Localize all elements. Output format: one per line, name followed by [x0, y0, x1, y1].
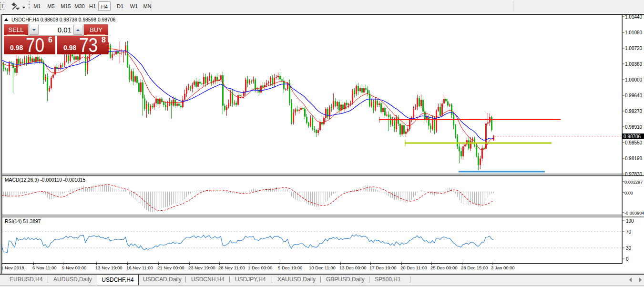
- svg-text:0.99270: 0.99270: [625, 109, 643, 114]
- svg-text:28 Nov 11:00: 28 Nov 11:00: [218, 265, 245, 270]
- svg-text:1.00360: 1.00360: [625, 62, 643, 67]
- svg-text:9 Nov 00:00: 9 Nov 00:00: [62, 265, 86, 270]
- svg-text:17 Dec 19:00: 17 Dec 19:00: [369, 265, 397, 270]
- svg-text:MACD(12,26,9) -0.000110 -0.001: MACD(12,26,9) -0.000110 -0.001015: [5, 177, 86, 183]
- svg-text:0.00: 0.00: [624, 191, 633, 195]
- svg-text:70: 70: [626, 229, 632, 235]
- svg-text:0.98910: 0.98910: [625, 124, 643, 130]
- svg-text:0.98550: 0.98550: [625, 140, 643, 145]
- svg-text:16 Nov 11:00: 16 Nov 11:00: [126, 265, 153, 270]
- svg-text:21 Nov 00:00: 21 Nov 00:00: [157, 265, 184, 270]
- svg-text:10 Dec 11:00: 10 Dec 11:00: [309, 265, 336, 270]
- svg-text:20 Dec 11:00: 20 Dec 11:00: [400, 265, 427, 270]
- svg-text:13 Dec 00:00: 13 Dec 00:00: [339, 265, 367, 270]
- svg-text:USDCHF,H4 0.98608 0.98736 0.9: USDCHF,H4 0.98608 0.98736 0.98598 0.9870…: [11, 17, 115, 22]
- svg-text:5 Dec 19:00: 5 Dec 19:00: [278, 265, 302, 270]
- svg-text:25 Dec 00:00: 25 Dec 00:00: [430, 265, 458, 270]
- svg-text:1.01440: 1.01440: [625, 14, 643, 20]
- svg-text:100: 100: [626, 218, 634, 224]
- svg-text:-0.003904: -0.003904: [624, 211, 644, 215]
- svg-text:1 Dec 00:00: 1 Dec 00:00: [248, 265, 272, 270]
- svg-text:0.99640: 0.99640: [625, 93, 643, 98]
- svg-text:0.98190: 0.98190: [625, 156, 643, 161]
- svg-text:23 Nov 19:00: 23 Nov 19:00: [188, 265, 215, 270]
- svg-text:28 Dec 15:00: 28 Dec 15:00: [461, 265, 488, 270]
- svg-text:RSI(14) 51.3897: RSI(14) 51.3897: [5, 219, 41, 224]
- svg-text:13 Nov 19:00: 13 Nov 19:00: [95, 265, 123, 270]
- svg-text:0.98706: 0.98706: [624, 134, 641, 139]
- svg-text:0.002297: 0.002297: [624, 180, 643, 184]
- svg-text:1.00000: 1.00000: [625, 77, 643, 82]
- svg-text:1.01080: 1.01080: [625, 30, 643, 35]
- svg-text:30: 30: [626, 246, 632, 251]
- svg-text:0.97830: 0.97830: [625, 172, 643, 177]
- svg-text:3 Jan 00:00: 3 Jan 00:00: [491, 265, 515, 270]
- svg-text:0: 0: [626, 256, 629, 262]
- svg-text:6 Nov 11:00: 6 Nov 11:00: [32, 265, 57, 270]
- svg-text:1 Nov 2018: 1 Nov 2018: [1, 265, 24, 270]
- svg-text:1.00720: 1.00720: [625, 46, 643, 51]
